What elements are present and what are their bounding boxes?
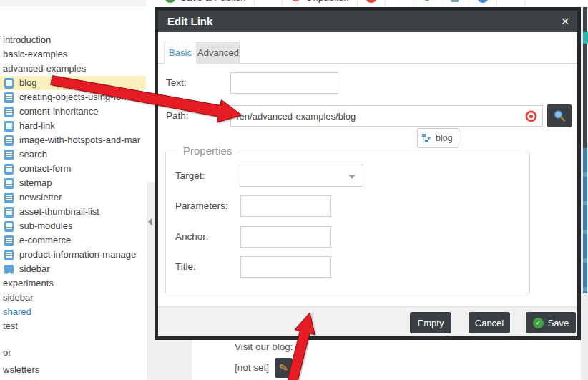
tree-item-label: sitemap [19,176,52,190]
tree-item-content-inheritance[interactable]: content-inheritance [0,104,146,119]
tree-item-label: blog [19,76,37,90]
arrow-green-icon: → [393,0,405,3]
tree-item-advanced-examples[interactable]: advanced-examples [0,62,146,76]
tree-item-blog[interactable]: blog [0,76,146,90]
versions-blue-icon: ▤ [449,0,461,3]
tree-item-test[interactable]: test [0,319,146,333]
splitter-track [147,182,155,380]
tab-basic[interactable]: Basic [164,42,197,64]
toolbar-edge [581,0,588,7]
panel-splitter[interactable] [146,6,155,380]
title-label: Title: [175,256,196,278]
tree-item-label: content-inheritance [19,104,99,119]
dialog-tab-strip: Basic Advanced [158,32,577,64]
tree-item-label: sub-modules [19,219,72,233]
tree-item-sidebar[interactable]: sidebar [0,262,146,276]
edit-link-dialog: Edit Link Basic Advanced Text: Path: [155,7,581,340]
tree-item-sidebar[interactable]: sidebar [0,291,146,305]
toolbar-button-info-blue[interactable]: i [477,0,489,3]
dialog-footer: Empty Cancel Save [158,306,577,336]
target-combobox[interactable] [240,165,363,187]
toolbar-button-users-orange[interactable]: ●● [533,0,544,3]
dialog-title: Edit Link [167,15,212,27]
tree-item-e-commerce[interactable]: e-commerce [0,233,146,248]
visit-blog-label: Visit our blog: [235,341,293,352]
tree-item-asset-thumbnail-list[interactable]: asset-thumbnail-list [0,205,146,219]
dialog-titlebar[interactable]: Edit Link [158,11,577,32]
tab-basic-label: Basic [169,47,192,58]
drag-proxy-chip: blog [417,128,459,148]
save-button-label: Save [548,318,569,328]
text-input[interactable] [230,72,338,94]
tree-item-sub-modules[interactable]: sub-modules [0,219,146,233]
tree-item-label: creating-objects-using-forms [19,90,137,104]
tree-item-experiments[interactable]: experiments [0,276,146,291]
edit-link-button[interactable]: ✎ [275,358,293,378]
check-circle-icon [533,318,544,328]
parameters-input[interactable] [240,195,331,217]
tree-item-or[interactable]: or [0,346,146,360]
toolbar-button-check-circle-green[interactable]: ✓Save & Publish [165,0,246,3]
app-stage: ✓Save & Publish▾⊘Unpublish✕→↻▤i●●●● intr… [0,0,588,380]
tree-item-label: wsletters [3,363,39,377]
tree-item-contact-form[interactable]: contact-form [0,162,146,176]
chevron-down-icon [348,175,356,179]
drag-chip-label: blog [436,133,453,143]
tree-item-shared[interactable]: shared [0,305,146,319]
tree-item-hard-link[interactable]: hard-link [0,119,146,133]
toolbar-button-delete-red-x[interactable]: ✕ [366,0,377,3]
page-document-icon [4,178,14,189]
toolbar-separator [524,0,525,5]
tree-item-label: advanced-examples [3,62,86,76]
search-button[interactable] [547,104,572,127]
cancel-button[interactable]: Cancel [469,312,510,333]
tree-item-image-with-hotspots-and-mar[interactable]: image-with-hotspots-and-mar [0,133,146,147]
tree-item-product-information-manage[interactable]: product-information-manage [0,248,146,262]
text-field-label: Text: [166,72,187,94]
tree-item-label: sidebar [3,291,34,305]
users-orange-icon: ●● [533,0,544,3]
tree-item-search[interactable]: search [0,147,146,162]
tree-item-label: experiments [3,276,54,291]
tree-item-label: hard-link [19,119,55,133]
tree-item-newsletter[interactable]: newsletter [0,190,146,205]
tree-item-basic-examples[interactable]: basic-examples [0,47,146,62]
teal-marker [583,32,588,44]
anchor-input[interactable] [240,226,331,248]
page-document-icon [4,78,14,89]
tree-item-sitemap[interactable]: sitemap [0,176,146,190]
toolbar-separator [282,0,283,5]
toolbar-button-arrow-green[interactable]: → [393,0,405,3]
toolbar-separator [254,0,255,5]
target-bullseye-icon [525,110,537,122]
toolbar-button-users-orange[interactable]: ●● [505,0,516,3]
vertical-scrollbar[interactable] [583,148,587,293]
tree-item-creating-objects-using-forms[interactable]: creating-objects-using-forms [0,90,146,104]
parameters-label: Parameters: [175,195,228,217]
tree-item-wsletters[interactable]: wsletters [0,363,146,377]
tree-item-label: sidebar [19,262,50,276]
page-document-icon [4,150,14,160]
tree-item-introduction[interactable]: introduction [0,33,146,47]
delete-red-x-icon: ✕ [366,0,377,3]
document-tree: introductionbasic-examplesadvanced-examp… [0,6,146,380]
toolbar-separator [469,0,469,5]
toolbar-button-versions-blue[interactable]: ▤ [449,0,461,3]
toolbar-separator [385,0,386,5]
toolbar-button-unpublish-red[interactable]: ⊘Unpublish [290,0,349,3]
close-icon[interactable] [561,11,569,32]
collapse-panel-icon[interactable] [148,218,152,226]
title-input[interactable] [240,256,331,278]
tab-advanced[interactable]: Advanced [197,42,240,64]
toolbar-row: ✓Save & Publish▾⊘Unpublish✕→↻▤i●●●● [165,0,544,7]
toolbar-button-label: Save & Publish [180,0,246,3]
path-input[interactable] [230,105,543,127]
path-field-label: Path: [166,105,189,127]
empty-button[interactable]: Empty [410,312,451,333]
tree-item-label: introduction [3,33,51,47]
refresh-green-icon: ↻ [421,0,433,3]
save-button[interactable]: Save [526,312,576,333]
toolbar-button-caret-down[interactable]: ▾ [263,0,274,3]
toolbar-button-refresh-green[interactable]: ↻ [421,0,433,3]
page-document-icon [4,235,14,246]
